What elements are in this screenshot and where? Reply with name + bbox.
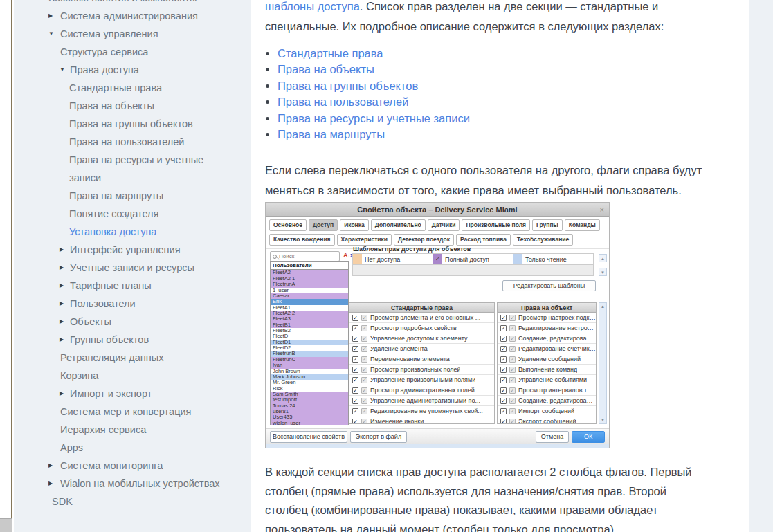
user-row[interactable]: User435	[271, 414, 348, 420]
doc-link[interactable]: Права на ресурсы и учетные записи	[278, 112, 470, 125]
sidebar-item[interactable]: ▼Система управления	[14, 25, 251, 43]
user-row[interactable]: FleetB2	[271, 328, 348, 333]
user-row[interactable]: Ivan	[271, 363, 348, 368]
user-row[interactable]: FleetA2 1	[271, 276, 348, 282]
dialog-tab[interactable]: Детектор поездок	[394, 234, 454, 246]
checkbox-direct[interactable]: ✓	[352, 419, 358, 425]
user-row[interactable]: 1_user	[271, 288, 348, 293]
user-row[interactable]: FleetA2	[271, 270, 348, 275]
sidebar-item[interactable]: Структура сервиса	[14, 43, 251, 61]
doc-link[interactable]: Права на пользователей	[278, 95, 408, 108]
checkbox-direct[interactable]: ✓	[500, 346, 507, 352]
user-row[interactable]: FleetB1	[271, 322, 348, 328]
restore-properties-button[interactable]: Восстановление свойств	[270, 431, 347, 443]
sidebar-item[interactable]: ▶Интерфейс управления	[14, 241, 251, 259]
checkbox-direct[interactable]: ✓	[352, 377, 358, 383]
checkbox-direct[interactable]: ✓	[500, 387, 507, 394]
sidebar-item[interactable]: Права на объекты	[14, 97, 251, 115]
sidebar-item[interactable]: Права на маршруты	[14, 187, 251, 205]
sidebar-item[interactable]: Права на группы объектов	[14, 115, 251, 133]
sidebar-item[interactable]: ▶Группы объектов	[14, 331, 251, 349]
user-row[interactable]: FleetrunC	[271, 357, 348, 363]
sidebar-item[interactable]: ▶Учетные записи и ресурсы	[14, 259, 251, 277]
sidebar-item[interactable]: Установка доступа	[14, 223, 251, 241]
chevron-right-icon[interactable]: ▶	[60, 259, 64, 277]
user-row[interactable]: user81	[271, 409, 348, 414]
dialog-tab[interactable]: Техобслуживание	[513, 234, 573, 246]
chevron-right-icon[interactable]: ▶	[60, 313, 64, 331]
rights-scrollbar[interactable]: ▲ ▼	[599, 302, 607, 424]
access-templates-link[interactable]: шаблоны доступа	[265, 0, 360, 12]
scroll-down-icon[interactable]: ▼	[599, 416, 606, 423]
sidebar-item[interactable]: ▶Wialon на мобильных устройствах	[14, 475, 251, 493]
sidebar-item[interactable]: Корзина	[14, 367, 251, 385]
checkbox-direct[interactable]: ✓	[500, 336, 507, 342]
sidebar-item[interactable]: ▶Система администрирования	[14, 7, 251, 25]
user-row[interactable]: FleetD2	[271, 345, 348, 351]
page-scrollbar-track[interactable]	[0, 0, 12, 532]
checkbox-direct[interactable]: ✓	[500, 408, 507, 414]
user-row[interactable]: FleetrunB	[271, 351, 348, 356]
checkbox-direct[interactable]: ✓	[352, 398, 358, 404]
chevron-right-icon[interactable]: ▶	[60, 277, 64, 295]
doc-link[interactable]: Права на объекты	[278, 63, 374, 75]
chevron-right-icon[interactable]: ▶	[60, 241, 64, 259]
dialog-tab[interactable]: Качество вождения	[269, 234, 335, 246]
edit-templates-button[interactable]: Редактировать шаблоны	[502, 280, 596, 291]
doc-link[interactable]: Стандартные права	[278, 47, 383, 59]
chevron-down-icon[interactable]: ▼	[48, 25, 54, 43]
sidebar-item[interactable]: ▶Тарифные планы	[14, 277, 251, 295]
dialog-tab[interactable]: Произвольные поля	[462, 219, 530, 231]
sidebar-item[interactable]: ▶Объекты	[14, 313, 251, 331]
checkbox-direct[interactable]: ✓	[352, 315, 358, 321]
chevron-down-icon[interactable]: ▼	[60, 61, 65, 79]
chevron-right-icon[interactable]: ▶	[60, 295, 64, 313]
user-row[interactable]: Caesar	[271, 293, 348, 299]
ok-button[interactable]: ОК	[572, 431, 605, 443]
chevron-right-icon[interactable]: ▶	[60, 385, 64, 403]
sidebar-item[interactable]: Система мер и конвертация	[14, 403, 251, 421]
doc-link[interactable]: Права на маршруты	[278, 128, 385, 140]
user-row[interactable]: FleetD1	[271, 340, 348, 345]
chevron-right-icon[interactable]: ▶	[48, 7, 53, 25]
dialog-tab[interactable]: Группы	[532, 219, 563, 231]
sidebar-item[interactable]: Права на ресурсы и учетные записи	[14, 151, 251, 187]
checkbox-direct[interactable]: ✓	[352, 336, 358, 342]
templates-scroll-up-icon[interactable]: ▲	[599, 254, 607, 262]
sidebar-item[interactable]: Базовые понятия и компоненты	[14, 0, 251, 7]
checkbox-direct[interactable]: ✓	[352, 387, 358, 394]
close-icon[interactable]: ×	[600, 203, 604, 217]
access-template[interactable]: ✓Полный доступ	[433, 253, 513, 265]
checkbox-direct[interactable]: ✓	[352, 346, 358, 352]
sidebar-item[interactable]: Понятие создателя	[14, 205, 251, 223]
checkbox-direct[interactable]: ✓	[500, 367, 507, 373]
user-row[interactable]: FleetrunA	[271, 282, 348, 287]
user-row[interactable]: Tomas 24	[271, 403, 348, 409]
sidebar-item[interactable]: ▶Система мониторинга	[14, 457, 251, 475]
dialog-tab[interactable]: Команды	[565, 219, 600, 231]
sidebar-item[interactable]: Ретрансляция данных	[14, 349, 251, 367]
checkbox-direct[interactable]: ✓	[500, 398, 507, 404]
cancel-button[interactable]: Отмена	[536, 431, 569, 443]
templates-scroll-down-icon[interactable]: ▼	[599, 268, 607, 276]
checkbox-direct[interactable]: ✓	[500, 325, 507, 331]
user-row[interactable]: Rick	[271, 386, 348, 392]
access-template[interactable]: Нет доступа	[352, 253, 433, 265]
checkbox-direct[interactable]: ✓	[500, 315, 507, 321]
user-row[interactable]: Sam Smith	[271, 392, 348, 397]
user-row[interactable]: test import	[271, 397, 348, 403]
user-row[interactable]: Mark Johnson	[271, 374, 348, 380]
scroll-up-icon[interactable]: ▲	[599, 303, 606, 310]
sidebar-item[interactable]: Стандартные права	[14, 79, 251, 97]
checkbox-direct[interactable]: ✓	[352, 325, 358, 331]
checkbox-direct[interactable]: ✓	[352, 367, 358, 373]
dialog-tab[interactable]: Иконка	[340, 219, 369, 231]
sidebar-item[interactable]: Иерархия сервиса	[14, 421, 251, 439]
chevron-right-icon[interactable]: ▶	[48, 457, 53, 475]
sidebar-item[interactable]: Права на пользователей	[14, 133, 251, 151]
user-row[interactable]: FleetA2 2	[271, 311, 348, 316]
checkbox-direct[interactable]: ✓	[500, 419, 507, 425]
checkbox-direct[interactable]: ✓	[500, 377, 507, 383]
user-row[interactable]: Mr. Green	[271, 380, 348, 385]
chevron-right-icon[interactable]: ▶	[60, 331, 64, 349]
